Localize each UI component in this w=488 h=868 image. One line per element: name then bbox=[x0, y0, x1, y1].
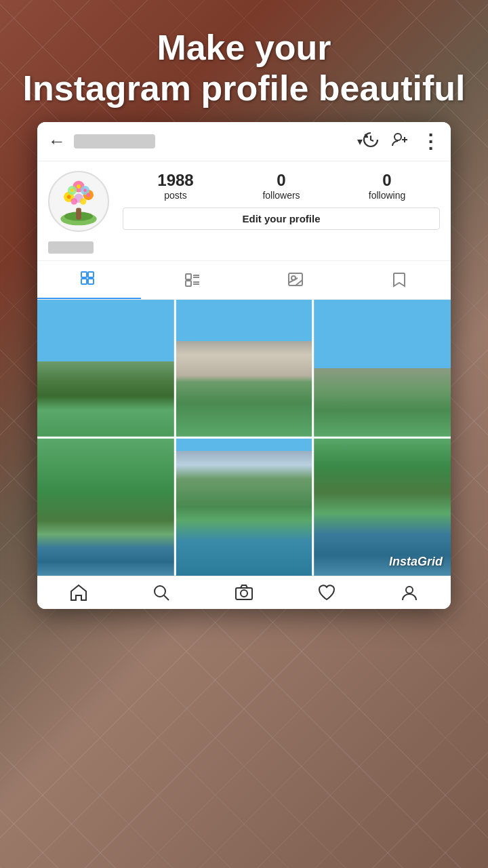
headline-line1: Make your bbox=[23, 27, 466, 68]
svg-rect-21 bbox=[81, 272, 87, 277]
svg-line-34 bbox=[296, 280, 302, 285]
top-bar: ← ▾ bbox=[37, 122, 451, 161]
grid-cell-3 bbox=[313, 300, 451, 437]
following-count: 0 bbox=[363, 171, 411, 190]
tab-bookmark[interactable] bbox=[348, 261, 451, 299]
posts-count: 1988 bbox=[152, 171, 199, 190]
main-content: Make your Instagram profile beautiful ← … bbox=[0, 0, 488, 868]
followers-stat: 0 followers bbox=[258, 171, 305, 201]
svg-rect-28 bbox=[186, 281, 191, 286]
svg-line-33 bbox=[289, 278, 298, 283]
add-user-icon[interactable] bbox=[391, 132, 409, 152]
bottom-nav bbox=[37, 576, 451, 609]
tab-list[interactable] bbox=[141, 261, 245, 299]
followers-label: followers bbox=[258, 190, 305, 201]
svg-rect-23 bbox=[81, 279, 87, 284]
svg-point-19 bbox=[70, 189, 74, 192]
edit-profile-button[interactable]: Edit your profile bbox=[123, 208, 440, 230]
svg-rect-22 bbox=[88, 272, 94, 277]
posts-label: posts bbox=[152, 190, 199, 201]
followers-count: 0 bbox=[258, 171, 305, 190]
photo-grid: InstaGrid bbox=[37, 300, 451, 576]
svg-rect-24 bbox=[88, 279, 94, 284]
stats-row: 1988 posts 0 followers 0 following bbox=[123, 171, 440, 201]
posts-stat: 1988 posts bbox=[152, 171, 199, 201]
headline-line2: Instagram profile beautiful bbox=[23, 68, 466, 108]
svg-point-15 bbox=[80, 198, 87, 205]
svg-point-41 bbox=[241, 590, 247, 597]
back-button[interactable]: ← bbox=[48, 131, 66, 152]
svg-point-20 bbox=[83, 189, 87, 192]
svg-point-0 bbox=[394, 134, 401, 140]
nav-home[interactable] bbox=[37, 583, 120, 602]
more-icon[interactable]: ⋮ bbox=[421, 130, 440, 153]
svg-point-17 bbox=[77, 184, 81, 189]
tab-grid[interactable] bbox=[37, 261, 141, 299]
grid-cell-2 bbox=[175, 300, 312, 437]
dropdown-arrow-icon[interactable]: ▾ bbox=[357, 135, 363, 148]
phone-mockup: ← ▾ bbox=[37, 122, 451, 609]
svg-line-39 bbox=[164, 595, 169, 600]
nav-camera[interactable] bbox=[203, 583, 285, 602]
following-stat: 0 following bbox=[363, 171, 411, 201]
stats-section: 1988 posts 0 followers 0 following Edit … bbox=[123, 171, 440, 230]
history-icon[interactable] bbox=[363, 132, 379, 152]
svg-rect-25 bbox=[186, 274, 191, 279]
svg-point-14 bbox=[71, 198, 78, 205]
svg-point-16 bbox=[67, 195, 71, 199]
grid-cell-1 bbox=[37, 300, 175, 437]
svg-point-18 bbox=[86, 193, 90, 197]
grid-cell-5 bbox=[175, 437, 312, 575]
svg-point-38 bbox=[155, 586, 165, 597]
nav-profile[interactable] bbox=[368, 583, 451, 602]
username-display bbox=[74, 134, 354, 149]
profile-section: 1988 posts 0 followers 0 following Edit … bbox=[37, 161, 451, 239]
tab-bar bbox=[37, 260, 451, 300]
display-name bbox=[37, 239, 451, 260]
svg-rect-6 bbox=[76, 208, 81, 220]
top-icons: ⋮ bbox=[363, 130, 440, 153]
following-label: following bbox=[363, 190, 411, 201]
nav-heart[interactable] bbox=[285, 583, 368, 602]
headline: Make your Instagram profile beautiful bbox=[23, 27, 466, 108]
avatar bbox=[48, 171, 109, 232]
nav-search[interactable] bbox=[120, 583, 203, 602]
tab-tag[interactable] bbox=[244, 261, 348, 299]
svg-point-42 bbox=[406, 587, 413, 593]
grid-cell-4 bbox=[37, 437, 175, 575]
grid-cell-6 bbox=[313, 437, 451, 575]
